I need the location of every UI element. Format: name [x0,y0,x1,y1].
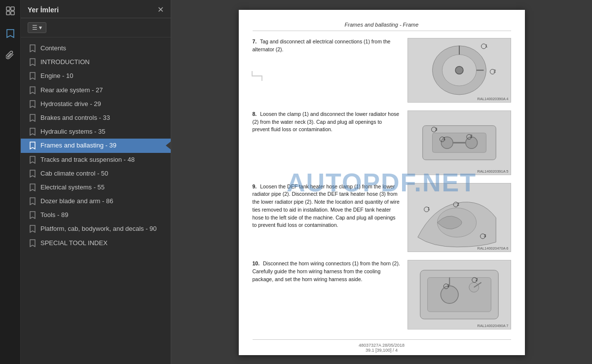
bookmarks-list: ContentsINTRODUCTIONEngine - 10Rear axle… [21,37,171,364]
pdf-page: Frames and ballasting - Frame AUTOPDF.NE… [239,10,525,355]
bookmark-icon [30,197,37,205]
footer-page: 39.1 [39,100] / 4 [253,348,511,353]
sidebar-item-label: Tracks and track suspension - 48 [40,155,164,164]
sidebar-item-label: Cab climate control - 50 [40,169,164,178]
sidebar-item-label: Engine - 10 [40,72,164,80]
step-10-text: 10. Disconnect the horn wiring connector… [253,260,401,283]
bookmark-icon [30,86,37,94]
page-header: Frames and ballasting - Frame [253,22,511,31]
bookmark-icon [30,142,37,149]
step-10-row: 10. Disconnect the horn wiring connector… [253,260,511,329]
step-7-text: 7. Tag and disconnect all electrical con… [253,38,401,54]
svg-point-37 [441,286,458,304]
step-8-content: Loosen the clamp (1) and disconnect the … [253,111,400,133]
close-sidebar-button[interactable]: ✕ [157,6,164,14]
page-footer: 48037327A 28/05/2018 39.1 [39,100] / 4 [253,339,511,353]
sidebar-item-label: SPECIAL TOOL INDEX [40,239,164,248]
sidebar-item-label: Tools - 89 [40,211,164,219]
step-9-row: 9. Loosen the DEF tank heater hose clamp… [253,183,511,253]
sidebar-item-label: Hydrostatic drive - 29 [40,100,164,109]
sidebar-item-cab[interactable]: Cab climate control - 50 [21,167,171,181]
sidebar-item-electrical[interactable]: Electrical systems - 55 [21,181,171,194]
step-10-content: Disconnect the horn wiring connectors (1… [253,260,400,282]
step-9-content: Loosen the DEF tank heater hose clamp (1… [253,183,400,228]
sidebar-item-label: Rear axle system - 27 [40,86,164,95]
step-10-image: 1 2 RAL140020490A 7 [407,260,511,329]
sidebar-item-hydraulic[interactable]: Hydraulic systems - 35 [21,125,171,139]
sidebar-item-label: Dozer blade and arm - 86 [40,197,164,206]
sidebar-item-introduction[interactable]: INTRODUCTION [21,55,171,69]
footer-doc: 48037327A 28/05/2018 [253,343,511,348]
step-10-caption: RAL140020490A 7 [478,324,509,328]
sidebar-title: Yer İmleri [28,6,59,14]
sidebar-item-engine[interactable]: Engine - 10 [21,69,171,83]
active-arrow-indicator [166,142,171,149]
sidebar-item-label: Platform, cab, bodywork, and decals - 90 [40,224,164,233]
bookmark-icon [30,183,37,191]
sidebar-item-platform[interactable]: Platform, cab, bodywork, and decals - 90 [21,222,171,236]
sidebar-item-rear-axle[interactable]: Rear axle system - 27 [21,83,171,97]
step-8-caption: RAL140020391A 5 [478,169,509,174]
bookmark-icon [30,211,37,219]
step-9-text: 9. Loosen the DEF tank heater hose clamp… [253,183,401,230]
sidebar-item-dozer[interactable]: Dozer blade and arm - 86 [21,194,171,208]
bookmark-icon [30,114,37,122]
step-7-caption: RAL140020390A 4 [478,97,509,101]
svg-rect-3 [11,11,14,15]
step-8-number: 8. [253,111,257,117]
layers-icon[interactable] [3,4,17,18]
bookmark-icon [30,72,37,80]
main-content-area: Frames and ballasting - Frame AUTOPDF.NE… [171,0,592,364]
sidebar-item-frames[interactable]: Frames and ballasting - 39 [21,139,171,152]
bookmark-icon [30,58,37,66]
sidebar-item-tracks[interactable]: Tracks and track suspension - 48 [21,153,171,167]
sidebar-item-label: Contents [40,44,164,53]
step-10-number: 10. [253,260,260,266]
step-7-number: 7. [253,38,257,44]
step-8-image: 1 2 3 RAL140020391A 5 [407,110,511,175]
bookmarks-sidebar: Yer İmleri ✕ ☰ ▾ ContentsINTRODUCTIONEng… [21,0,171,364]
step-7-image: 1 2 RAL140020390A 4 [407,38,511,103]
filter-button[interactable]: ☰ ▾ [28,22,46,33]
svg-rect-0 [6,7,10,10]
sidebar-item-brakes[interactable]: Brakes and controls - 33 [21,111,171,125]
step-9-caption: RAL140020470A 6 [478,246,509,251]
sidebar-item-label: Frames and ballasting - 39 [40,141,164,150]
step-9-image: 1 2 3 RAL140020470A 6 [407,183,511,253]
sidebar-header: Yer İmleri ✕ [21,0,171,18]
step-8-row: 8. Loosen the clamp (1) and disconnect t… [253,110,511,175]
step-8-text: 8. Loosen the clamp (1) and disconnect t… [253,110,401,134]
step-7-row: 7. Tag and disconnect all electrical con… [253,38,511,103]
bookmark-icon [30,225,37,233]
bookmark-icon [30,44,37,52]
paperclip-icon[interactable] [3,49,17,63]
bookmark-icon [30,170,37,178]
svg-point-9 [455,66,463,74]
step-9-number: 9. [253,183,257,189]
bookmark-icon [30,100,37,108]
bookmark-icon [30,128,37,136]
svg-rect-1 [11,7,14,10]
sidebar-item-special-tool[interactable]: SPECIAL TOOL INDEX [21,236,171,250]
sidebar-item-label: INTRODUCTION [40,58,164,67]
bookmark-icon [30,156,37,164]
pdf-viewer[interactable]: Frames and ballasting - Frame AUTOPDF.NE… [171,0,592,364]
svg-rect-2 [6,11,10,15]
step-7-content: Tag and disconnect all electrical connec… [253,38,391,52]
sidebar-item-label: Brakes and controls - 33 [40,113,164,122]
bookmark-icon [30,239,37,247]
sidebar-item-label: Electrical systems - 55 [40,183,164,192]
left-toolbar [0,0,21,364]
sidebar-item-contents[interactable]: Contents [21,41,171,55]
sidebar-item-hydrostatic[interactable]: Hydrostatic drive - 29 [21,97,171,111]
sidebar-item-label: Hydraulic systems - 35 [40,127,164,136]
sidebar-filter-bar: ☰ ▾ [21,18,171,37]
sidebar-item-tools[interactable]: Tools - 89 [21,208,171,222]
bookmark-panel-icon[interactable] [3,27,17,40]
svg-rect-36 [427,278,491,312]
